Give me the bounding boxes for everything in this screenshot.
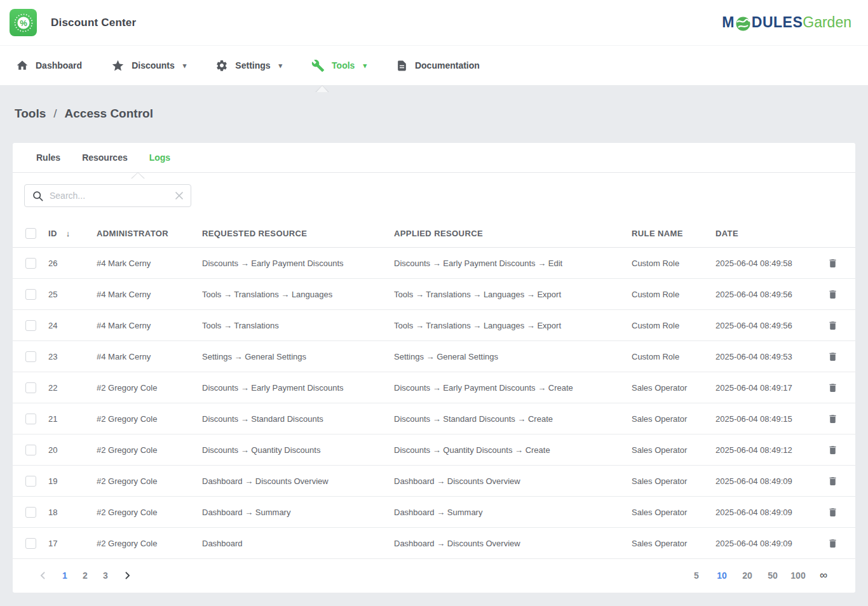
page-number-button[interactable]: 1: [55, 567, 75, 584]
tab-logs[interactable]: Logs: [139, 152, 181, 163]
delete-button[interactable]: [825, 255, 841, 271]
delete-button[interactable]: [825, 473, 841, 489]
search-icon: [32, 190, 44, 202]
cell-applied-resource: Tools → Translations → Languages → Expor…: [394, 321, 632, 330]
tab-resources[interactable]: Resources: [71, 152, 139, 163]
cell-date: 2025-06-04 08:49:17: [715, 383, 817, 393]
cell-administrator: #2 Gregory Cole: [97, 445, 202, 455]
delete-button[interactable]: [825, 442, 841, 458]
search-input[interactable]: [50, 191, 169, 201]
delete-button[interactable]: [825, 318, 841, 333]
cell-id: 25: [48, 290, 97, 299]
row-checkbox[interactable]: [25, 382, 36, 393]
clear-search-icon[interactable]: [175, 191, 184, 200]
cell-requested-resource: Dashboard → Summary: [202, 508, 394, 517]
delete-button[interactable]: [825, 535, 841, 551]
table-row: 21 #2 Gregory Cole Discounts → Standard …: [13, 403, 855, 434]
cell-date: 2025-06-04 08:49:09: [715, 539, 817, 548]
nav-item-dashboard[interactable]: Dashboard: [16, 59, 82, 72]
delete-button[interactable]: [825, 380, 841, 396]
nav-label: Tools: [332, 60, 355, 71]
column-header-id[interactable]: ID ↓: [48, 229, 97, 238]
cell-rule-name: Custom Role: [632, 321, 715, 330]
cell-applied-resource: Discounts → Standard Discounts → Create: [394, 414, 632, 424]
column-header-requested-resource[interactable]: REQUESTED RESOURCE: [202, 229, 394, 238]
cell-requested-resource: Discounts → Standard Discounts: [202, 414, 394, 424]
previous-page-button[interactable]: [32, 567, 55, 584]
page-size-option[interactable]: 50: [760, 567, 785, 584]
search-box: [24, 184, 191, 207]
column-header-rule-name[interactable]: RULE NAME: [632, 229, 715, 238]
sort-desc-icon: ↓: [66, 229, 71, 238]
column-header-date[interactable]: DATE: [715, 229, 817, 238]
nav-label: Discounts: [132, 60, 175, 71]
cell-requested-resource: Dashboard: [202, 539, 394, 548]
nav-item-settings[interactable]: Settings ▾: [215, 59, 282, 72]
row-checkbox[interactable]: [25, 258, 36, 269]
nav-label: Documentation: [415, 60, 480, 71]
row-checkbox[interactable]: [25, 289, 36, 300]
app-header: % Discount Center M DULES Garden: [0, 0, 868, 46]
breadcrumb: Tools / Access Control: [15, 107, 868, 121]
brand-text-garden: Garden: [803, 14, 851, 31]
cell-applied-resource: Settings → General Settings: [394, 352, 632, 361]
table-row: 17 #2 Gregory Cole Dashboard Dashboard →…: [13, 528, 855, 559]
cell-date: 2025-06-04 08:49:12: [715, 445, 817, 455]
cell-rule-name: Sales Operator: [632, 476, 715, 486]
cell-administrator: #2 Gregory Cole: [97, 508, 202, 517]
cell-rule-name: Sales Operator: [632, 445, 715, 455]
tab-bar: Rules Resources Logs: [13, 143, 855, 173]
page-title: Discount Center: [51, 17, 136, 29]
delete-button[interactable]: [825, 504, 841, 520]
page-size-option[interactable]: 5: [684, 567, 709, 584]
row-checkbox[interactable]: [25, 320, 36, 331]
nav-item-documentation[interactable]: Documentation: [396, 60, 480, 72]
cell-rule-name: Custom Role: [632, 352, 715, 361]
page-size-option[interactable]: 10: [709, 567, 735, 584]
table-row: 23 #4 Mark Cerny Settings → General Sett…: [13, 341, 855, 372]
nav-item-tools[interactable]: Tools ▾: [311, 59, 367, 72]
row-checkbox[interactable]: [25, 351, 36, 362]
breadcrumb-separator: /: [53, 107, 57, 121]
page-size-option[interactable]: 20: [735, 567, 760, 584]
cell-administrator: #2 Gregory Cole: [97, 414, 202, 424]
page-number-button[interactable]: 2: [75, 567, 95, 584]
cell-administrator: #4 Mark Cerny: [97, 352, 202, 361]
cell-requested-resource: Discounts → Quantity Discounts: [202, 445, 394, 455]
table-header-row: ID ↓ ADMINISTRATOR REQUESTED RESOURCE AP…: [13, 219, 855, 248]
access-control-card: Rules Resources Logs ID ↓ ADMINISTRATOR …: [13, 143, 855, 593]
cell-rule-name: Custom Role: [632, 259, 715, 268]
next-page-button[interactable]: [116, 567, 139, 584]
row-checkbox[interactable]: [25, 414, 36, 424]
cell-requested-resource: Dashboard → Discounts Overview: [202, 476, 394, 486]
row-checkbox[interactable]: [25, 507, 36, 518]
page-size-option[interactable]: 100: [785, 567, 811, 584]
brand-text-m: M: [722, 14, 735, 31]
delete-button[interactable]: [825, 349, 841, 365]
tab-rules[interactable]: Rules: [25, 152, 71, 163]
nav-item-discounts[interactable]: Discounts ▾: [111, 59, 186, 72]
cell-applied-resource: Tools → Translations → Languages → Expor…: [394, 290, 632, 299]
select-all-checkbox[interactable]: [25, 228, 36, 239]
cell-rule-name: Sales Operator: [632, 414, 715, 424]
row-checkbox[interactable]: [25, 476, 36, 487]
column-header-administrator[interactable]: ADMINISTRATOR: [97, 229, 202, 238]
table-row: 25 #4 Mark Cerny Tools → Translations → …: [13, 279, 855, 310]
row-checkbox[interactable]: [25, 445, 36, 455]
cell-applied-resource: Dashboard → Summary: [394, 508, 632, 517]
cell-administrator: #4 Mark Cerny: [97, 321, 202, 330]
cell-requested-resource: Discounts → Early Payment Discounts: [202, 383, 394, 393]
table-row: 22 #2 Gregory Cole Discounts → Early Pay…: [13, 372, 855, 403]
page-size-all-infinity-button[interactable]: ∞: [811, 565, 836, 586]
page-number-button[interactable]: 3: [95, 567, 116, 584]
column-header-applied-resource[interactable]: APPLIED RESOURCE: [394, 229, 632, 238]
brand-text-dules: DULES: [752, 14, 803, 31]
chevron-down-icon: ▾: [363, 62, 367, 70]
cell-administrator: #4 Mark Cerny: [97, 259, 202, 268]
cell-date: 2025-06-04 08:49:53: [715, 352, 817, 361]
cell-requested-resource: Tools → Translations → Languages: [202, 290, 394, 299]
delete-button[interactable]: [825, 286, 841, 302]
delete-button[interactable]: [825, 411, 841, 427]
main-nav: Dashboard Discounts ▾ Settings ▾ Tools ▾…: [0, 46, 868, 85]
row-checkbox[interactable]: [25, 538, 36, 549]
